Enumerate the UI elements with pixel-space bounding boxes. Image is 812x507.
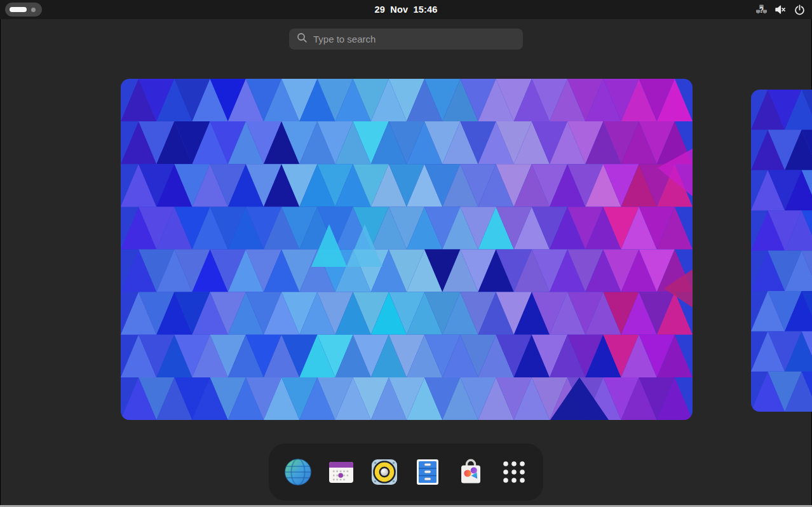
svg-text:?: ? bbox=[759, 5, 764, 14]
shopping-bag-icon bbox=[456, 457, 486, 487]
clock[interactable]: 29 Nov 15:46 bbox=[374, 0, 437, 19]
dock-app-show-applications[interactable] bbox=[499, 457, 529, 487]
speaker-icon bbox=[369, 457, 400, 487]
network-unknown-icon[interactable]: ? bbox=[755, 4, 768, 16]
file-cabinet-icon bbox=[412, 457, 443, 487]
inactive-workspace-dot[interactable] bbox=[31, 8, 36, 12]
system-status-area[interactable]: ? bbox=[755, 0, 806, 19]
volume-muted-icon[interactable] bbox=[775, 4, 787, 16]
dock-app-music-player[interactable] bbox=[369, 457, 400, 487]
dock-app-files[interactable] bbox=[412, 457, 443, 487]
workspace-preview-2[interactable] bbox=[751, 90, 812, 412]
top-bar: 29 Nov 15:46 ? bbox=[0, 0, 812, 19]
active-workspace-pill[interactable] bbox=[10, 7, 27, 12]
workspace-preview-1[interactable] bbox=[121, 79, 693, 420]
app-grid-icon bbox=[499, 457, 529, 487]
power-icon[interactable] bbox=[794, 4, 806, 16]
dock-app-software-store[interactable] bbox=[456, 457, 486, 487]
globe-icon bbox=[283, 457, 313, 487]
wallpaper-image-next bbox=[751, 90, 812, 412]
wallpaper-image bbox=[121, 79, 693, 420]
dock-app-web-browser[interactable] bbox=[283, 457, 313, 487]
gnome-activities-overview: 29 Nov 15:46 ? bbox=[0, 0, 812, 507]
dash bbox=[269, 443, 543, 501]
workspace-indicator[interactable] bbox=[5, 3, 42, 17]
dock-app-calendar[interactable] bbox=[326, 457, 356, 487]
search-bar bbox=[289, 29, 523, 50]
search-icon bbox=[297, 32, 308, 46]
search-input[interactable] bbox=[313, 34, 515, 44]
calendar-icon bbox=[326, 457, 356, 487]
